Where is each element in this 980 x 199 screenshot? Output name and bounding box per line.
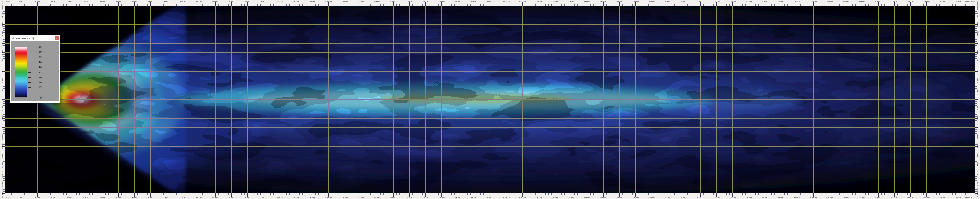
y-tick-label: 4000 (977, 22, 979, 27)
viewport: 0mm5001000150020002500300035004000450050… (0, 0, 980, 199)
legend-titlebar[interactable]: illuminance (lx) x (10, 35, 60, 41)
y-tick-label: -4500 (977, 181, 979, 187)
x-tick-label: 11000 (358, 196, 364, 199)
x-tick-label: 14500 (470, 196, 477, 199)
x-tick-label: 23000 (745, 196, 752, 199)
x-tick-label: 24000 (778, 0, 784, 3)
x-tick-label: 15500 (503, 0, 510, 3)
legend-tick-value: 0 (31, 96, 42, 99)
x-tick-label: 29000 (939, 0, 946, 3)
x-tick-label: 15500 (503, 196, 510, 199)
x-tick-label: 3500 (116, 196, 121, 199)
x-tick-label: 27000 (875, 0, 881, 3)
ruler-right[interactable]: 5000mm4500400035003000250020001500100050… (975, 0, 980, 199)
x-tick-label: 29000 (939, 196, 946, 199)
x-tick-label: 20000 (648, 0, 655, 3)
x-tick-label: 10500 (341, 196, 348, 199)
x-tick-label: 25500 (826, 196, 833, 199)
x-tick-label: 6000 (196, 196, 201, 199)
legend-tick-mark (28, 57, 31, 57)
x-tick-label: 13500 (438, 0, 445, 3)
x-tick-label: 16000 (519, 196, 526, 199)
x-tick-label: 25500 (826, 0, 833, 3)
x-tick-label: 27000 (875, 196, 881, 199)
legend-tick-mark (28, 72, 31, 73)
x-tick-label: 28500 (923, 196, 930, 199)
x-tick-label: 28000 (907, 0, 914, 3)
x-tick-label: 26000 (843, 196, 849, 199)
y-tick-label: -2500 (977, 144, 979, 149)
legend-tick-value: 33 (31, 71, 42, 73)
x-tick-label: 19500 (632, 196, 639, 199)
x-tick-label: 9000 (294, 196, 299, 199)
ruler-bottom[interactable]: 0mm5001000150020002500300035004000450050… (0, 193, 980, 199)
x-tick-label: 19000 (616, 196, 623, 199)
x-tick-label: 17000 (552, 0, 558, 3)
x-tick-label: 14000 (454, 196, 461, 199)
x-tick-label: 20000 (648, 196, 655, 199)
x-tick-label: 10500 (341, 0, 348, 3)
y-tick-label: 1000 (977, 78, 979, 83)
x-tick-label: 18000 (584, 0, 590, 3)
x-tick-label: 9500 (310, 196, 315, 199)
x-tick-label: 29500 (956, 0, 962, 3)
y-tick-label: 2000 (1, 59, 3, 64)
x-tick-label: 10000 (325, 196, 332, 199)
x-tick-label: 6500 (212, 196, 217, 199)
y-tick-label: -3500 (977, 162, 979, 168)
illuminance-map-canvas[interactable] (5, 6, 975, 193)
legend-window[interactable]: illuminance (lx) x 66595246403326201370 (10, 35, 60, 103)
y-tick-label: 500 (977, 88, 979, 92)
y-tick-label: 1500 (977, 69, 979, 74)
x-tick-label: 16000 (519, 0, 526, 3)
x-tick-label: 15000 (487, 0, 493, 3)
x-tick-label: 18500 (600, 0, 606, 3)
x-tick-label: 6500 (212, 0, 217, 3)
legend-tick-value: 59 (31, 51, 42, 53)
legend-tick-value: 52 (31, 55, 42, 58)
x-tick-label: 27500 (891, 0, 897, 3)
y-tick-label: -500 (1, 106, 3, 111)
illuminance-map[interactable] (5, 6, 975, 193)
x-tick-label: 1500 (51, 0, 56, 3)
y-tick-label: -1500 (977, 125, 979, 130)
y-tick-label: -500 (977, 106, 979, 111)
legend-color-scale (15, 47, 27, 98)
y-tick-label: -1000 (1, 115, 3, 121)
legend-tick-mark (28, 87, 31, 88)
y-tick-label: -4000 (1, 171, 3, 177)
x-tick-label: 4000 (132, 0, 137, 3)
x-tick-label: 20500 (665, 0, 671, 3)
x-tick-label: 13500 (438, 196, 445, 199)
x-tick-label: 19000 (616, 0, 623, 3)
x-tick-label: 18000 (584, 196, 590, 199)
x-tick-label: 5000 (164, 0, 169, 3)
x-tick-label: 500 (19, 196, 23, 199)
x-tick-label: 13000 (422, 0, 429, 3)
y-tick-label: 3500 (977, 31, 979, 36)
ruler-left[interactable]: 5000mm4500400035003000250020001500100050… (0, 0, 5, 199)
ruler-top[interactable]: 0mm5001000150020002500300035004000450050… (0, 0, 980, 6)
x-tick-label: 12500 (406, 196, 412, 199)
y-tick-label: 2500 (977, 50, 979, 55)
x-tick-label: 3000 (100, 196, 105, 199)
x-tick-label: 0mm (5, 196, 10, 199)
x-tick-label: 11000 (358, 0, 364, 3)
x-tick-label: 2500 (83, 196, 88, 199)
legend-tick-mark (28, 62, 31, 62)
y-tick-label: 2500 (1, 50, 3, 55)
x-tick-label: 0mm (5, 0, 10, 3)
y-tick-label: 3500 (1, 31, 3, 36)
y-tick-label: -1500 (1, 125, 3, 130)
y-tick-label: 2000 (977, 59, 979, 64)
x-tick-label: 1000 (35, 0, 40, 3)
legend-tick-value: 7 (31, 91, 42, 94)
x-tick-label: 23500 (762, 0, 768, 3)
x-tick-label: 15000 (487, 196, 493, 199)
y-tick-label: 500 (1, 88, 3, 92)
y-tick-label: 4500 (1, 13, 3, 18)
x-tick-label: 28000 (907, 196, 914, 199)
y-tick-label: -2500 (1, 144, 3, 149)
close-icon[interactable]: x (55, 36, 59, 40)
y-tick-label: -3500 (1, 162, 3, 168)
